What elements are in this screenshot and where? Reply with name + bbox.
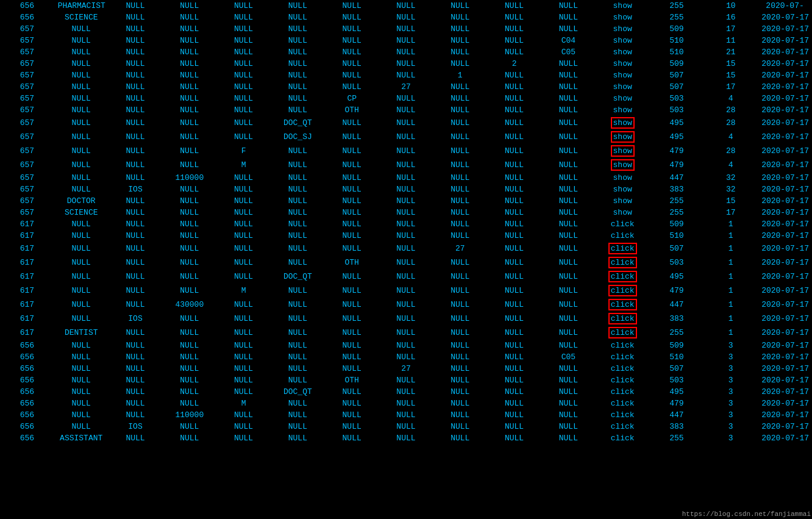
table-cell: 617 bbox=[0, 284, 54, 298]
table-cell: NULL bbox=[162, 23, 216, 35]
table-cell: 657 bbox=[0, 195, 54, 207]
table-row: 657NULLNULLNULLNULLNULLNULLNULLNULL2NULL… bbox=[0, 58, 812, 70]
table-cell: 510 bbox=[650, 351, 704, 363]
highlighted-action: show bbox=[611, 159, 635, 171]
table-cell: NULL bbox=[487, 35, 541, 46]
table-cell: NULL bbox=[162, 326, 216, 340]
table-cell: NULL bbox=[433, 218, 487, 230]
table-cell: NULL bbox=[541, 12, 596, 23]
table-cell: NULL bbox=[54, 398, 109, 409]
table-cell: NULL bbox=[109, 58, 163, 70]
table-cell: 657 bbox=[0, 172, 54, 184]
table-cell: 2020-07-17 bbox=[758, 432, 812, 444]
table-cell: NULL bbox=[541, 195, 596, 207]
table-cell: NULL bbox=[109, 256, 163, 270]
table-cell: 657 bbox=[0, 104, 54, 116]
table-cell: NULL bbox=[379, 242, 433, 256]
table-cell: 2020-07-17 bbox=[758, 398, 812, 409]
table-cell: NULL bbox=[109, 158, 163, 172]
table-cell: NULL bbox=[487, 12, 541, 23]
table-cell: DOC_QT bbox=[271, 386, 325, 398]
table-cell: 657 bbox=[0, 23, 54, 35]
table-cell: 657 bbox=[0, 158, 54, 172]
table-cell: NULL bbox=[433, 144, 487, 158]
table-cell: NULL bbox=[54, 104, 109, 116]
table-cell: 2020-07-17 bbox=[758, 284, 812, 298]
table-cell: 2020-07-17 bbox=[758, 326, 812, 340]
table-cell: NULL bbox=[216, 46, 271, 58]
table-cell: C05 bbox=[541, 46, 596, 58]
table-cell: NULL bbox=[541, 421, 596, 432]
table-cell: NULL bbox=[162, 340, 216, 351]
table-row: 657NULLNULLNULLNULLNULLOTHNULLNULLNULLNU… bbox=[0, 104, 812, 116]
table-cell: 656 bbox=[0, 0, 54, 12]
table-cell: SCIENCE bbox=[54, 207, 109, 218]
table-cell: NULL bbox=[325, 242, 379, 256]
table-cell: show bbox=[596, 116, 650, 130]
table-cell: 509 bbox=[650, 58, 704, 70]
table-cell: NULL bbox=[487, 0, 541, 12]
table-row: 617NULLNULLNULLNULLNULLNULLNULL27NULLNUL… bbox=[0, 242, 812, 256]
table-cell: NULL bbox=[325, 23, 379, 35]
table-cell: NULL bbox=[433, 130, 487, 144]
table-cell: NULL bbox=[325, 351, 379, 363]
table-cell: 510 bbox=[650, 35, 704, 46]
table-cell: NULL bbox=[54, 23, 109, 35]
table-cell: NULL bbox=[487, 340, 541, 351]
table-cell: click bbox=[596, 340, 650, 351]
table-cell: 10 bbox=[703, 0, 758, 12]
table-cell: NULL bbox=[271, 398, 325, 409]
table-cell: NULL bbox=[433, 409, 487, 421]
table-cell: NULL bbox=[216, 81, 271, 93]
table-cell: NULL bbox=[54, 81, 109, 93]
table-cell: NULL bbox=[162, 195, 216, 207]
table-cell: NULL bbox=[216, 409, 271, 421]
table-cell: NULL bbox=[433, 326, 487, 340]
table-cell: show bbox=[596, 58, 650, 70]
table-cell: 657 bbox=[0, 70, 54, 81]
table-row: 657NULLNULLNULLMNULLNULLNULLNULLNULLNULL… bbox=[0, 158, 812, 172]
table-cell: NULL bbox=[433, 207, 487, 218]
table-cell: NULL bbox=[379, 93, 433, 104]
table-row: 617NULLNULLNULLNULLNULLNULLNULLNULLNULLN… bbox=[0, 230, 812, 242]
table-cell: 656 bbox=[0, 363, 54, 374]
table-cell: 656 bbox=[0, 351, 54, 363]
table-cell: NULL bbox=[433, 158, 487, 172]
table-cell: NULL bbox=[433, 374, 487, 386]
table-cell: NULL bbox=[487, 432, 541, 444]
table-row: 617NULLNULLNULLMNULLNULLNULLNULLNULLNULL… bbox=[0, 284, 812, 298]
table-cell: NULL bbox=[54, 172, 109, 184]
table-cell: 17 bbox=[703, 23, 758, 35]
table-cell: 15 bbox=[703, 58, 758, 70]
table-cell: NULL bbox=[487, 144, 541, 158]
table-cell: 2020-07-17 bbox=[758, 374, 812, 386]
table-cell: NULL bbox=[109, 398, 163, 409]
table-cell: NULL bbox=[487, 81, 541, 93]
table-cell: 656 bbox=[0, 421, 54, 432]
table-cell: 656 bbox=[0, 409, 54, 421]
table-cell: NULL bbox=[325, 81, 379, 93]
table-cell: C04 bbox=[541, 35, 596, 46]
table-row: 617NULLNULLNULLNULLNULLNULLNULLNULLNULLN… bbox=[0, 218, 812, 230]
table-cell: NULL bbox=[162, 46, 216, 58]
table-cell: NULL bbox=[379, 46, 433, 58]
table-cell: 2020-07-17 bbox=[758, 35, 812, 46]
table-cell: NULL bbox=[325, 432, 379, 444]
table-cell: 2020-07-17 bbox=[758, 256, 812, 270]
table-cell: 2020-07-17 bbox=[758, 93, 812, 104]
table-cell: NULL bbox=[109, 0, 163, 12]
table-cell: show bbox=[596, 46, 650, 58]
table-cell: 1 bbox=[703, 242, 758, 256]
table-cell: NULL bbox=[379, 12, 433, 23]
highlighted-action: click bbox=[608, 243, 637, 254]
table-cell: 2020-07-17 bbox=[758, 184, 812, 195]
table-cell: NULL bbox=[109, 298, 163, 312]
table-cell: 479 bbox=[650, 144, 704, 158]
table-cell: 507 bbox=[650, 363, 704, 374]
table-cell: NULL bbox=[109, 70, 163, 81]
table-cell: 657 bbox=[0, 207, 54, 218]
table-cell: NULL bbox=[162, 81, 216, 93]
table-cell: 657 bbox=[0, 81, 54, 93]
table-cell: NULL bbox=[109, 104, 163, 116]
table-cell: 27 bbox=[433, 242, 487, 256]
